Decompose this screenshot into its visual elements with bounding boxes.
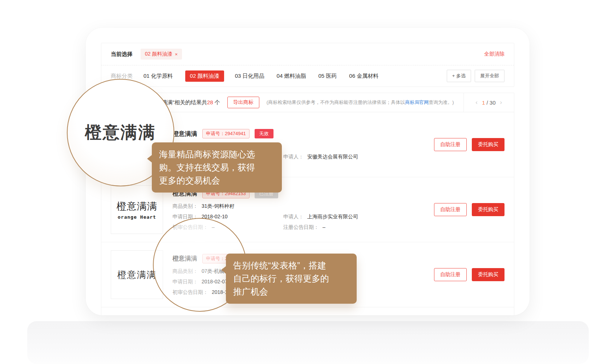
selected-filter-tag-text: 02 颜料油漆 xyxy=(145,51,172,57)
results-count-number: 28 xyxy=(207,99,213,105)
remove-filter-icon[interactable]: × xyxy=(175,52,178,57)
multi-select-button[interactable]: + 多选 xyxy=(447,70,471,82)
applicant-field-label: 申请人： xyxy=(283,214,304,220)
first-publication-label: 初审公告日期： xyxy=(173,289,208,296)
registration-publication-pair: 注册公告日期： – xyxy=(283,224,325,231)
row-actions: 自助注册 委托购买 xyxy=(434,268,504,281)
category-row: 商标分类 01 化学原料 02 颜料油漆 03 日化用品 04 燃料油脂 05 … xyxy=(101,65,514,86)
category-field-label: 商品类别： xyxy=(173,203,198,210)
date-field-value: 2018-02-07 xyxy=(202,279,228,284)
pagination: ‹ 1 / 30 › xyxy=(463,93,514,112)
self-register-button[interactable]: 自助注册 xyxy=(434,138,467,151)
self-register-button[interactable]: 自助注册 xyxy=(434,268,467,281)
callout-line: 更多的交易机会 xyxy=(159,174,275,187)
category-chip-06[interactable]: 06 金属材料 xyxy=(349,70,378,82)
page-indicator: 1 / 30 xyxy=(482,100,496,106)
first-publication-pair: 初审公告日期： – xyxy=(173,224,283,231)
disclaimer-pre: (商标检索结果仅供参考，不作为商标能否注册的法律依据；具体以 xyxy=(267,100,405,105)
first-publication-value: – xyxy=(212,224,215,230)
clear-all-link[interactable]: 全部清除 xyxy=(484,51,504,57)
entrusted-purchase-button[interactable]: 委托购买 xyxy=(472,268,504,281)
callout-line: 告别传统“发表格”，搭建 xyxy=(233,259,349,272)
filter-panel: 当前选择 02 颜料油漆 × 全部清除 商标分类 01 化学原料 02 颜料油漆… xyxy=(101,43,514,87)
row-actions: 自助注册 委托购买 xyxy=(434,138,504,151)
laptop-base-bar xyxy=(27,321,589,364)
category-chip-05[interactable]: 05 医药 xyxy=(318,70,337,82)
detail-line: 申请日期： 2018-02-10 申请人： 上海雨步实业有限公司 xyxy=(173,214,427,220)
application-number-tag: 申请号：29474941 xyxy=(202,129,250,138)
category-field-label: 商品类别： xyxy=(173,268,198,275)
entrusted-purchase-button[interactable]: 委托购买 xyxy=(472,138,504,151)
disclaimer-post: 查询为准。) xyxy=(429,100,454,105)
registration-publication-label: 注册公告日期： xyxy=(283,224,319,231)
date-pair: 申请日期： 2018-02-10 xyxy=(173,214,283,220)
category-pair: 商品类别： 31类-饲料种籽 xyxy=(173,203,234,210)
detail-line: 初审公告日期： – 注册公告日期： – xyxy=(173,224,427,231)
trademark-name[interactable]: 橙意满满 xyxy=(173,254,197,263)
next-page-icon[interactable]: › xyxy=(500,99,502,106)
entrusted-purchase-button[interactable]: 委托购买 xyxy=(472,203,504,216)
magnified-trademark-text: 橙意满满 xyxy=(85,121,156,144)
current-selection-row: 当前选择 02 颜料油漆 × 全部清除 xyxy=(101,43,514,65)
prev-page-icon[interactable]: ‹ xyxy=(475,99,478,106)
trademark-details: 橙意满满 申请号：29482153 已注册 商品类别： 31类-饲料种籽 申请日… xyxy=(173,189,427,231)
application-number-value: 29474941 xyxy=(225,131,246,136)
export-trademarks-button[interactable]: 导出商标 xyxy=(227,97,259,108)
callout-line: 推广机会 xyxy=(233,285,349,298)
status-badge: 无效 xyxy=(255,129,273,138)
date-field-label: 申请日期： xyxy=(173,214,198,220)
trademark-image: 橙意满满 xyxy=(111,250,163,299)
current-page: 1 xyxy=(482,100,485,106)
date-field-value: 2018-02-10 xyxy=(202,214,228,219)
applicant-pair: 申请人： 安徽美达会展有限公司 xyxy=(283,154,358,160)
callout-bubble-promotion: 告别传统“发表格”，搭建 自己的标行，获得更多的 推广机会 xyxy=(226,254,357,304)
category-chip-04[interactable]: 04 燃料油脂 xyxy=(277,70,306,82)
category-actions: + 多选 展开全部 xyxy=(447,70,504,82)
callout-line: 海量精品商标资源随心选 xyxy=(159,148,275,161)
application-number-label: 申请号： xyxy=(206,131,225,136)
trademark-mark-text: 橙意满满 xyxy=(117,269,157,281)
callout-line: 自己的标行，获得更多的 xyxy=(233,272,349,285)
date-field-label: 申请日期： xyxy=(173,279,198,285)
current-selection-label: 当前选择 xyxy=(111,51,133,58)
applicant-field-value: 上海雨步实业有限公司 xyxy=(307,214,358,220)
disclaimer-text: (商标检索结果仅供参考，不作为商标能否注册的法律依据；具体以商标局官网查询为准。… xyxy=(267,99,454,106)
expand-all-button[interactable]: 展开全部 xyxy=(475,70,504,82)
page: 当前选择 02 颜料油漆 × 全部清除 商标分类 01 化学原料 02 颜料油漆… xyxy=(0,0,616,364)
applicant-field-value: 安徽美达会展有限公司 xyxy=(307,154,358,160)
applicant-field-label: 申请人： xyxy=(283,154,304,160)
category-field-value: 31类-饲料种籽 xyxy=(202,203,234,210)
selected-filter-tag[interactable]: 02 颜料油漆 × xyxy=(141,49,182,60)
category-chip-01[interactable]: 01 化学原料 xyxy=(143,70,173,82)
row-actions: 自助注册 委托购买 xyxy=(434,203,504,216)
first-publication-label: 初审公告日期： xyxy=(173,224,208,231)
trademark-name[interactable]: 橙意满满 xyxy=(173,130,197,138)
application-number-label: 申请号： xyxy=(206,256,225,261)
trademark-title-line: 橙意满满 申请号：29474941 无效 xyxy=(173,129,427,138)
trademark-image: 橙意满满 orange Heart xyxy=(111,185,163,234)
trademark-mark-text: 橙意满满 xyxy=(117,200,157,213)
callout-line: 购。支持在线交易，获得 xyxy=(159,161,275,174)
trademark-office-link[interactable]: 商标局官网 xyxy=(405,100,429,105)
results-count-unit: 个 xyxy=(213,99,220,105)
registration-publication-value: – xyxy=(323,224,325,230)
category-chip-03[interactable]: 03 日化用品 xyxy=(235,70,264,82)
applicant-pair: 申请人： 上海雨步实业有限公司 xyxy=(283,214,358,220)
callout-bubble-marketplace: 海量精品商标资源随心选 购。支持在线交易，获得 更多的交易机会 xyxy=(152,142,282,193)
category-row-label: 商标分类 xyxy=(111,73,133,80)
total-pages: 30 xyxy=(490,100,496,106)
category-chip-02-selected[interactable]: 02 颜料油漆 xyxy=(185,70,224,82)
page-separator: / xyxy=(487,100,488,106)
detail-line: 商品类别： 31类-饲料种籽 xyxy=(173,203,427,210)
self-register-button[interactable]: 自助注册 xyxy=(434,203,467,216)
trademark-mark-subtext: orange Heart xyxy=(118,214,156,220)
